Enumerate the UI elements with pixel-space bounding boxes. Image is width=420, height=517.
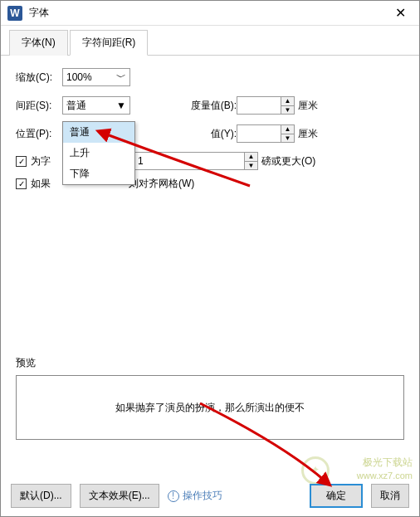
tab-font[interactable]: 字体(N)	[9, 30, 68, 56]
value-spinner[interactable]: ▲▼	[237, 124, 295, 143]
preview-label: 预览	[16, 356, 404, 370]
measure-value	[237, 97, 281, 114]
spinner-down-icon[interactable]: ▼	[245, 162, 257, 170]
snap-label-head: 如果	[31, 177, 51, 191]
measure-label: 度量值(B):	[180, 99, 237, 113]
hint-text: 操作技巧	[183, 489, 222, 503]
spacing-combo[interactable]: 普通 ▼	[62, 96, 130, 115]
spinner-up-icon[interactable]: ▲	[245, 153, 257, 162]
value-unit: 厘米	[298, 127, 318, 141]
title-bar: W 字体 ✕	[1, 1, 419, 26]
app-icon: W	[7, 6, 22, 21]
tab-char-spacing[interactable]: 字符间距(R)	[70, 30, 149, 56]
window-title: 字体	[29, 6, 388, 20]
watermark: ✦ 极光下载站 www.xz7.com	[357, 456, 413, 481]
position-label: 位置(P):	[16, 127, 62, 141]
close-button[interactable]: ✕	[388, 1, 413, 26]
kerning-checkbox[interactable]: ✓	[16, 156, 27, 167]
tab-strip: 字体(N) 字符间距(R)	[1, 26, 419, 56]
value-value	[237, 125, 281, 142]
default-button[interactable]: 默认(D)...	[11, 484, 71, 508]
chevron-down-icon: ﹀	[116, 71, 126, 85]
kerning-spin-value: 1	[134, 153, 244, 169]
watermark-line1: 极光下载站	[357, 456, 413, 470]
measure-unit: 厘米	[298, 99, 318, 113]
watermark-line2: www.xz7.com	[357, 470, 413, 481]
preview-text: 如果抛弃了演员的扮演，那么所演出的便不	[115, 401, 305, 415]
snap-label-tail: 则对齐网格(W)	[129, 177, 194, 191]
scale-label: 缩放(C):	[16, 71, 62, 85]
value-label: 值(Y):	[180, 127, 237, 141]
ok-button[interactable]: 确定	[310, 484, 363, 508]
info-icon: !	[168, 490, 179, 502]
spinner-up-icon[interactable]: ▲	[281, 125, 294, 134]
dropdown-item-lower[interactable]: 下降	[63, 163, 134, 184]
position-dropdown: 普通 上升 下降	[62, 121, 135, 185]
spinner-down-icon[interactable]: ▼	[281, 106, 294, 115]
preview-box: 如果抛弃了演员的扮演，那么所演出的便不	[16, 375, 404, 440]
spinner-up-icon[interactable]: ▲	[281, 97, 294, 106]
dropdown-item-normal[interactable]: 普通	[63, 122, 134, 143]
text-effects-button[interactable]: 文本效果(E)...	[80, 484, 159, 508]
cancel-button[interactable]: 取消	[371, 484, 409, 508]
scale-value: 100%	[66, 71, 92, 83]
caret-down-icon: ▼	[116, 100, 126, 111]
snap-checkbox[interactable]: ✓	[16, 178, 27, 189]
button-bar: 默认(D)... 文本效果(E)... ! 操作技巧 确定 取消	[11, 484, 409, 508]
kerning-spinner[interactable]: 1 ▲▼	[134, 152, 258, 170]
kerning-label: 为字	[31, 154, 51, 168]
dropdown-item-raise[interactable]: 上升	[63, 143, 134, 163]
spinner-down-icon[interactable]: ▼	[281, 134, 294, 143]
spacing-value: 普通	[66, 99, 86, 113]
spacing-label: 间距(S):	[16, 99, 62, 113]
font-dialog: W 字体 ✕ 字体(N) 字符间距(R) 缩放(C): 100% ﹀ 间距(S)…	[0, 0, 420, 517]
scale-combo[interactable]: 100% ﹀	[62, 68, 130, 86]
measure-spinner[interactable]: ▲▼	[237, 96, 295, 115]
preview-section: 预览 如果抛弃了演员的扮演，那么所演出的便不	[16, 356, 404, 440]
watermark-logo-icon: ✦	[301, 456, 330, 485]
hint-link[interactable]: ! 操作技巧	[168, 489, 222, 503]
kerning-unit: 磅或更大(O)	[261, 154, 315, 168]
